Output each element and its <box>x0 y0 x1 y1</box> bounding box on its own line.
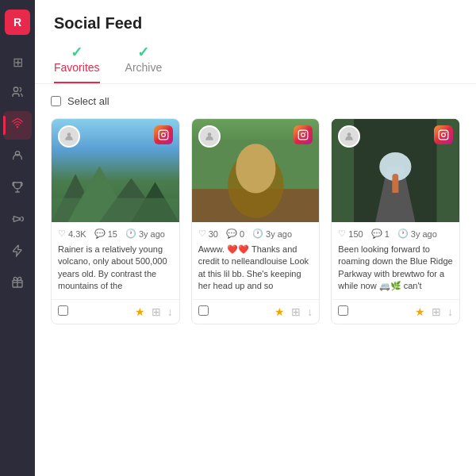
card-2-likes: ♡ 30 <box>198 228 218 239</box>
main-content: Social Feed ✓ Favorites ✓ Archive Select… <box>35 0 476 476</box>
card-3-checkbox[interactable] <box>338 305 348 319</box>
sidebar-item-profile[interactable] <box>3 143 32 171</box>
card-1-likes: ♡ 4.3K <box>58 228 86 239</box>
favorites-check-icon: ✓ <box>71 45 83 60</box>
svg-point-7 <box>165 132 166 132</box>
card-1-checkbox[interactable] <box>58 305 68 319</box>
svg-point-31 <box>393 174 399 180</box>
svg-rect-14 <box>298 130 308 140</box>
card-2-comments: 💬 0 <box>226 228 244 239</box>
select-all-row: Select all <box>51 95 460 107</box>
card-3-download-icon[interactable]: ↓ <box>447 305 453 318</box>
sidebar-item-bolt[interactable] <box>3 238 32 267</box>
card-3-actions: ★ ⊞ ↓ <box>332 299 459 324</box>
sidebar-item-grid[interactable]: ⊞ <box>3 48 32 76</box>
trophy-icon <box>11 181 24 197</box>
tab-archive[interactable]: ✓ Archive <box>125 45 163 83</box>
card-2-avatar <box>198 125 221 148</box>
card-2-checkbox[interactable] <box>198 305 209 319</box>
card-1-stats: ♡ 4.3K 💬 15 🕐 3y ago <box>52 222 179 242</box>
card-2-instagram-badge <box>294 125 313 144</box>
svg-point-15 <box>301 133 305 137</box>
svg-point-20 <box>236 144 275 193</box>
megaphone-icon <box>11 213 24 228</box>
clock-icon-2: 🕐 <box>252 228 263 239</box>
card-1-text: Rainer is a relatively young volcano, on… <box>52 242 179 299</box>
heart-icon-3: ♡ <box>338 228 346 239</box>
comment-icon-3: 💬 <box>371 228 382 239</box>
grid-icon: ⊞ <box>13 55 23 70</box>
card-1-save-icon[interactable]: ⊞ <box>152 305 161 318</box>
select-all-label: Select all <box>67 95 109 107</box>
sidebar-item-users[interactable] <box>3 79 32 108</box>
card-2: ♡ 30 💬 0 🕐 3y ago Awww. ❤️❤️ Thanks and … <box>191 118 321 324</box>
bolt-icon <box>11 244 24 260</box>
svg-point-6 <box>161 133 165 137</box>
svg-point-24 <box>446 132 447 132</box>
app-logo: R <box>5 10 30 35</box>
svg-rect-5 <box>159 130 168 140</box>
card-2-save-icon[interactable]: ⊞ <box>291 305 301 318</box>
archive-check-icon: ✓ <box>137 45 149 60</box>
card-1-time: 🕐 3y ago <box>125 228 165 239</box>
sidebar-item-trophy[interactable] <box>3 175 32 203</box>
card-3-instagram-badge <box>434 125 453 144</box>
tabs: ✓ Favorites ✓ Archive <box>54 45 457 83</box>
card-1-comments: 💬 15 <box>94 228 117 239</box>
card-3-action-icons: ★ ⊞ ↓ <box>415 305 453 318</box>
card-3: ♡ 150 💬 1 🕐 3y ago Been looking forward … <box>331 118 460 324</box>
card-1-avatar <box>58 125 80 148</box>
sidebar-item-megaphone[interactable] <box>3 206 32 235</box>
card-3-save-icon[interactable]: ⊞ <box>432 305 441 318</box>
card-3-text: Been looking forward to roaming down the… <box>332 242 459 299</box>
tab-archive-label: Archive <box>125 61 163 74</box>
card-2-text: Awww. ❤️❤️ Thanks and credit to nelleand… <box>192 242 320 299</box>
sidebar-item-gift[interactable] <box>3 270 32 298</box>
card-1-action-icons: ★ ⊞ ↓ <box>135 305 173 318</box>
svg-point-13 <box>207 132 211 136</box>
card-2-stats: ♡ 30 💬 0 🕐 3y ago <box>192 222 320 242</box>
heart-icon-2: ♡ <box>198 228 206 239</box>
svg-rect-30 <box>393 178 399 193</box>
tab-favorites[interactable]: ✓ Favorites <box>54 45 100 83</box>
svg-rect-12 <box>52 198 179 222</box>
card-3-likes: ♡ 150 <box>338 228 363 239</box>
users-icon <box>11 86 24 102</box>
sidebar-item-feed[interactable] <box>3 111 32 140</box>
card-1-instagram-badge <box>154 125 173 144</box>
card-1: ♡ 4.3K 💬 15 🕐 3y ago Rainer is a relativ… <box>51 118 180 324</box>
card-2-star-icon[interactable]: ★ <box>274 305 285 318</box>
sidebar: R ⊞ <box>0 0 35 476</box>
cards-grid: ♡ 4.3K 💬 15 🕐 3y ago Rainer is a relativ… <box>51 118 460 324</box>
card-3-star-icon[interactable]: ★ <box>415 305 425 318</box>
heart-icon: ♡ <box>58 228 66 239</box>
content-area: Select all <box>35 84 476 476</box>
svg-point-4 <box>67 132 71 136</box>
card-1-actions: ★ ⊞ ↓ <box>52 299 179 324</box>
comment-icon-2: 💬 <box>226 228 237 239</box>
card-2-action-icons: ★ ⊞ ↓ <box>274 305 313 318</box>
card-2-download-icon[interactable]: ↓ <box>307 305 313 318</box>
clock-icon: 🕐 <box>125 228 136 239</box>
card-3-image <box>332 119 459 222</box>
svg-point-16 <box>305 132 306 132</box>
card-3-time: 🕐 3y ago <box>397 228 437 239</box>
card-2-actions: ★ ⊞ ↓ <box>192 299 320 324</box>
card-3-comments: 💬 1 <box>371 228 390 239</box>
card-1-star-icon[interactable]: ★ <box>135 305 145 318</box>
comment-icon: 💬 <box>94 228 106 239</box>
card-1-download-icon[interactable]: ↓ <box>167 305 173 318</box>
page-title: Social Feed <box>54 14 457 33</box>
select-all-checkbox[interactable] <box>51 96 61 106</box>
svg-rect-22 <box>439 130 448 140</box>
cast-icon <box>11 117 24 133</box>
card-1-image <box>52 119 179 222</box>
card-3-stats: ♡ 150 💬 1 🕐 3y ago <box>332 222 459 242</box>
svg-point-21 <box>347 132 351 136</box>
gift-icon <box>11 276 24 292</box>
svg-point-1 <box>17 126 19 129</box>
card-2-image <box>192 119 320 222</box>
tab-favorites-label: Favorites <box>54 61 100 74</box>
svg-point-23 <box>442 133 446 137</box>
person-icon <box>11 149 24 165</box>
